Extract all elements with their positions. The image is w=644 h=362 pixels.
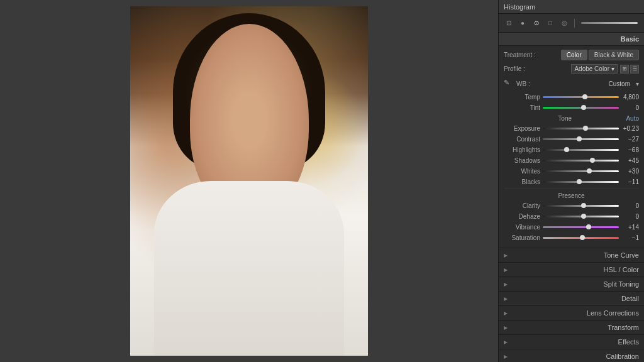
dehaze-slider-row: Dehaze 0: [504, 212, 639, 221]
dehaze-thumb[interactable]: [581, 214, 586, 219]
whites-track: [543, 170, 619, 172]
detail-panel[interactable]: ▶ Detail: [499, 291, 644, 305]
tone-label: Tone: [558, 115, 572, 122]
contrast-thumb[interactable]: [577, 136, 582, 141]
shadows-thumb[interactable]: [590, 158, 595, 163]
profile-list-icon[interactable]: ☰: [630, 65, 639, 74]
tint-slider[interactable]: [543, 103, 619, 112]
basic-content: Treatment : Color Black & White Profile …: [499, 46, 644, 248]
lens-triangle-icon: ▶: [504, 310, 508, 316]
toolbar: ⊡ ● ⊙ □ ◎: [499, 14, 644, 33]
temp-thumb[interactable]: [582, 94, 587, 99]
blacks-slider[interactable]: [543, 177, 619, 186]
whites-slider[interactable]: [543, 167, 619, 175]
tone-group: Tone Auto: [504, 115, 639, 122]
treatment-label: Treatment :: [504, 52, 536, 58]
tint-thumb[interactable]: [581, 105, 586, 110]
hsl-triangle-icon: ▶: [504, 267, 508, 273]
split-toning-panel[interactable]: ▶ Split Toning: [499, 277, 644, 291]
tint-value: 0: [621, 104, 639, 111]
lens-label: Lens Corrections: [511, 309, 639, 317]
temp-slider[interactable]: [543, 92, 619, 101]
exposure-thumb[interactable]: [583, 126, 588, 131]
hsl-label: HSL / Color: [511, 266, 639, 273]
saturation-label: Saturation: [504, 234, 540, 241]
tool-redeye-icon[interactable]: ⊙: [531, 18, 541, 28]
temp-track: [543, 96, 619, 98]
effects-panel[interactable]: ▶ Effects: [499, 334, 644, 349]
exposure-slider[interactable]: [543, 124, 619, 133]
highlights-label: Highlights: [504, 146, 540, 153]
exposure-slider-row: Exposure +0.23: [504, 124, 639, 133]
vibrance-slider-row: Vibrance +14: [504, 222, 639, 231]
contrast-slider-row: Contrast −27: [504, 134, 639, 143]
whites-slider-row: Whites +30: [504, 167, 639, 175]
right-panel: Histogram ⊡ ● ⊙ □ ◎ Basic Treatment : Co…: [498, 0, 644, 362]
profile-icons: ⊞ ☰: [620, 65, 639, 74]
profile-select[interactable]: Adobe Color ▾: [571, 64, 618, 74]
lens-corrections-panel[interactable]: ▶ Lens Corrections: [499, 305, 644, 320]
whites-thumb[interactable]: [587, 168, 592, 173]
treatment-buttons: Color Black & White: [561, 50, 639, 60]
calibration-panel[interactable]: ▶ Calibration: [499, 349, 644, 362]
tint-slider-row: Tint 0: [504, 103, 639, 112]
contrast-slider[interactable]: [543, 134, 619, 143]
blacks-track: [543, 181, 619, 183]
tint-track: [543, 107, 619, 109]
vibrance-thumb[interactable]: [586, 224, 591, 229]
profile-grid-icon[interactable]: ⊞: [620, 65, 629, 74]
hsl-color-panel[interactable]: ▶ HSL / Color: [499, 262, 644, 277]
shadows-slider[interactable]: [543, 156, 619, 165]
histogram-header: Histogram: [499, 0, 644, 14]
contrast-label: Contrast: [504, 136, 540, 143]
contrast-track: [543, 138, 619, 140]
highlights-slider[interactable]: [543, 145, 619, 154]
whites-label: Whites: [504, 168, 540, 175]
wb-arrow-icon: ▾: [636, 80, 639, 87]
tool-radial-icon[interactable]: ◎: [559, 18, 569, 28]
saturation-slider[interactable]: [543, 233, 619, 242]
tint-label: Tint: [504, 104, 540, 111]
detail-triangle-icon: ▶: [504, 296, 508, 302]
wb-row: ✎ WB : Custom ▾: [504, 79, 639, 89]
clarity-thumb[interactable]: [581, 203, 586, 208]
tool-spot-icon[interactable]: ●: [518, 18, 528, 28]
effects-triangle-icon: ▶: [504, 339, 508, 345]
exposure-value: +0.23: [621, 125, 639, 132]
vibrance-slider[interactable]: [543, 222, 619, 231]
split-toning-triangle-icon: ▶: [504, 282, 508, 287]
tool-crop-icon[interactable]: ⊡: [504, 18, 514, 28]
shadows-slider-row: Shadows +45: [504, 156, 639, 165]
auto-button[interactable]: Auto: [626, 115, 639, 122]
dehaze-value: 0: [621, 213, 639, 220]
treatment-color-button[interactable]: Color: [561, 50, 587, 60]
wb-preset: Custom: [609, 80, 630, 87]
dehaze-track: [543, 216, 619, 217]
temp-slider-row: Temp 4,800: [504, 92, 639, 101]
eyedropper-icon[interactable]: ✎: [504, 79, 514, 89]
dehaze-label: Dehaze: [504, 213, 540, 220]
highlights-slider-row: Highlights −68: [504, 145, 639, 154]
dehaze-slider[interactable]: [543, 212, 619, 221]
wb-label: WB :: [516, 80, 609, 87]
transform-panel[interactable]: ▶ Transform: [499, 320, 644, 334]
highlights-value: −68: [621, 146, 639, 153]
clarity-slider[interactable]: [543, 201, 619, 210]
treatment-bw-button[interactable]: Black & White: [589, 50, 639, 60]
treatment-row: Treatment : Color Black & White: [504, 50, 639, 60]
highlights-thumb[interactable]: [564, 147, 569, 152]
histogram-title: Histogram: [504, 3, 535, 11]
tone-curve-triangle-icon: ▶: [504, 253, 508, 258]
basic-section-header: Basic: [499, 33, 644, 46]
saturation-track: [543, 237, 619, 239]
exposure-track: [543, 128, 619, 129]
vibrance-track: [543, 226, 619, 228]
tone-curve-label: Tone Curve: [511, 251, 639, 259]
tool-graduated-icon[interactable]: □: [545, 18, 555, 28]
saturation-value: −1: [621, 234, 639, 241]
blacks-thumb[interactable]: [577, 179, 582, 184]
saturation-thumb[interactable]: [580, 235, 585, 240]
temp-value: 4,800: [621, 94, 639, 101]
tone-curve-panel[interactable]: ▶ Tone Curve: [499, 248, 644, 262]
shadows-track: [543, 160, 619, 162]
